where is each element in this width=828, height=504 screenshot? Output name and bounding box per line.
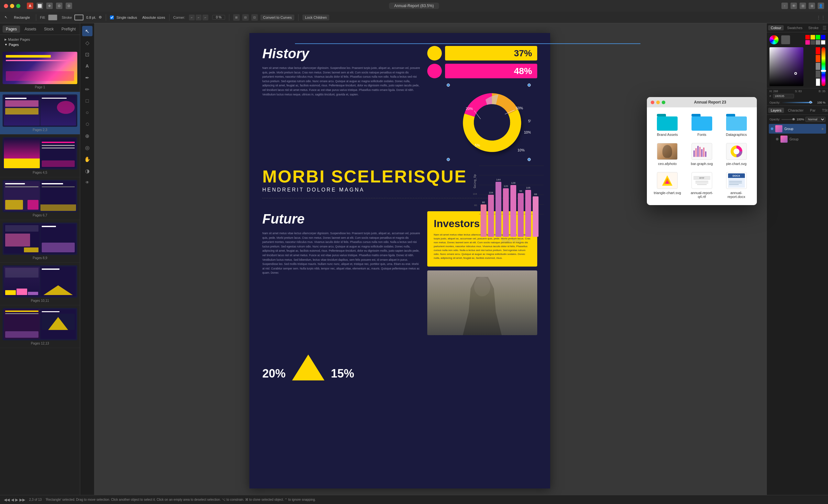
select-tool-button[interactable]: ↖	[3, 14, 9, 20]
ellipse-tool-icon[interactable]: ○	[82, 108, 92, 118]
swatch-dark[interactable]	[811, 40, 815, 45]
master-pages-item[interactable]: ▶ Master Pages	[3, 37, 77, 42]
file-item-pie-chart[interactable]: pie-chart.svg	[722, 143, 750, 166]
tool-icon-2[interactable]: ❖	[46, 3, 53, 9]
fb-minimize-button[interactable]	[656, 100, 660, 104]
node-tool-icon[interactable]: ◇	[82, 38, 92, 48]
swatch-pink[interactable]	[805, 40, 810, 45]
character-tab[interactable]: Character	[785, 108, 806, 113]
stroke-color-box[interactable]	[74, 14, 83, 20]
page-thumb-item-1213[interactable]: Pages 12,13	[0, 305, 80, 348]
color-square-icon[interactable]	[781, 35, 790, 44]
layout-icon[interactable]: ⊞	[799, 3, 806, 9]
layers-tab[interactable]: Layers	[768, 108, 784, 113]
file-item-bar-graph[interactable]: bar-graph.svg	[688, 143, 716, 166]
corner-icon-2[interactable]: ⌐	[196, 14, 202, 20]
view-icon[interactable]: 👁	[790, 3, 797, 9]
transform-icon-3[interactable]: ⊡	[251, 14, 258, 21]
layer-visibility-icon[interactable]	[771, 127, 773, 130]
fill-color-box[interactable]	[48, 14, 57, 20]
page-thumb-item-1011[interactable]: Pages 10,11	[0, 263, 80, 305]
fb-close-button[interactable]	[651, 100, 654, 104]
hand-tool-icon[interactable]: ✋	[82, 154, 92, 164]
swatch-col-or[interactable]	[816, 55, 820, 62]
colour-tab[interactable]: Colour	[768, 25, 784, 31]
file-item-rtf[interactable]: RTF annual-report-q4.rtf	[688, 172, 716, 199]
swatch-col-r[interactable]	[816, 47, 820, 54]
convert-to-curves-button[interactable]: Convert to Curves	[260, 14, 294, 20]
tool-icon-1[interactable]: ⬜	[37, 3, 43, 9]
tab-stock[interactable]: Stock	[41, 26, 57, 33]
color-picker-icon[interactable]: ◎	[82, 142, 92, 153]
hex-input[interactable]	[773, 94, 794, 98]
single-radius-checkbox[interactable]	[110, 15, 114, 19]
layer-opacity-slider[interactable]	[781, 119, 795, 120]
pen-tool-icon[interactable]: ✒	[82, 73, 92, 83]
settings-icon[interactable]: ⚙	[56, 3, 63, 9]
stroke-tab[interactable]: Stroke	[806, 25, 821, 31]
par-tab[interactable]: Par	[807, 108, 818, 113]
hue-slider[interactable]	[822, 47, 825, 86]
crop-tool-icon[interactable]: ⊡	[82, 49, 92, 59]
color-gradient-square[interactable]	[770, 47, 803, 86]
tab-assets[interactable]: Assets	[22, 26, 39, 33]
page-thumb-item-45[interactable]: Pages 4,5	[0, 135, 80, 177]
page-thumb-item-89[interactable]: Pages 8,9	[0, 220, 80, 263]
pages-item[interactable]: ▼ Pages	[3, 42, 77, 47]
pencil-tool-icon[interactable]: ✏	[82, 84, 92, 94]
next-frame-icon[interactable]: ▶▶	[19, 498, 25, 502]
transform-icon-1[interactable]: ⊞	[233, 14, 240, 21]
transform-icon-2[interactable]: ⊟	[242, 14, 249, 21]
text-tool-icon[interactable]: A	[82, 61, 92, 71]
prev-frame-icon[interactable]: ◀	[11, 498, 14, 502]
layer-item-group-2[interactable]: Group	[774, 134, 826, 144]
fb-maximize-button[interactable]	[662, 100, 665, 104]
more-options-icon[interactable]: ⋮⋮	[816, 15, 825, 20]
user-icon[interactable]: 👤	[818, 3, 824, 9]
swatches-tab[interactable]: Swatches	[784, 25, 805, 31]
swatch-col-d[interactable]	[816, 71, 820, 78]
swatch-green[interactable]	[816, 35, 820, 39]
file-item-docx[interactable]: DOCX annual-report.docx	[722, 172, 750, 199]
blend-mode-select[interactable]: Normal	[805, 117, 825, 122]
swatch-red[interactable]	[805, 35, 810, 39]
layer-expand-icon[interactable]: ▶	[822, 127, 824, 130]
file-browser-window[interactable]: Annual Report 23 Brand Assets Fonts Data…	[647, 97, 757, 205]
corner-icon-1[interactable]: ⌐	[189, 14, 195, 20]
tst-tab[interactable]: TSt	[819, 108, 828, 113]
page-thumb-item-67[interactable]: Pages 6,7	[0, 177, 80, 220]
corner-value-input[interactable]	[212, 15, 225, 20]
rect-tool-icon[interactable]: □	[82, 96, 92, 106]
polygon-tool-icon[interactable]: ⬡	[82, 119, 92, 129]
minimize-button[interactable]	[10, 4, 14, 8]
zoom-tool-icon[interactable]: ⊕	[82, 131, 92, 141]
lock-children-button[interactable]: Lock Children	[302, 14, 329, 20]
page-thumb-item-1[interactable]: Page 1	[0, 49, 80, 92]
swatch-blue[interactable]	[821, 35, 825, 39]
share-icon[interactable]: ↑	[781, 3, 788, 9]
close-button[interactable]	[4, 4, 8, 8]
tab-pages[interactable]: Pages	[3, 26, 20, 33]
layer-visibility-icon-2[interactable]	[776, 138, 779, 140]
zoom-icon[interactable]: ⊕	[809, 3, 815, 9]
color-panel-menu-icon[interactable]: ☰	[823, 25, 827, 31]
file-item-triangle-chart[interactable]: triangle-chart.svg	[653, 172, 681, 199]
swatch-col-w[interactable]	[816, 78, 820, 86]
layer-item-group-1[interactable]: Group ▶	[769, 124, 826, 134]
file-item-fonts[interactable]: Fonts	[688, 114, 716, 136]
play-icon[interactable]: ▶	[15, 498, 18, 502]
file-item-ceo-photo[interactable]: ceo.afphoto	[653, 143, 681, 166]
color-wheel-icon[interactable]	[770, 35, 779, 44]
select-tool-icon[interactable]: ↖	[82, 26, 92, 36]
page-thumb-item-23[interactable]: Pages 2,3	[0, 92, 80, 135]
gradient-tool-icon[interactable]: ◑	[82, 166, 92, 176]
file-item-datagraphics[interactable]: Datagraphics	[722, 114, 750, 136]
file-item-brand-assets[interactable]: Brand Assets	[653, 114, 681, 136]
opacity-slider[interactable]	[781, 102, 813, 103]
settings-icon-2[interactable]: ⚙	[66, 3, 72, 9]
prev-page-icon[interactable]: ◀◀	[4, 498, 10, 502]
view-tool-icon[interactable]: 👁	[82, 177, 92, 187]
tab-preflight[interactable]: Preflight	[58, 26, 79, 33]
swatch-col-g[interactable]	[816, 63, 820, 70]
canvas-area[interactable]: History Nam sit amet metus vitae lectus …	[94, 23, 767, 495]
